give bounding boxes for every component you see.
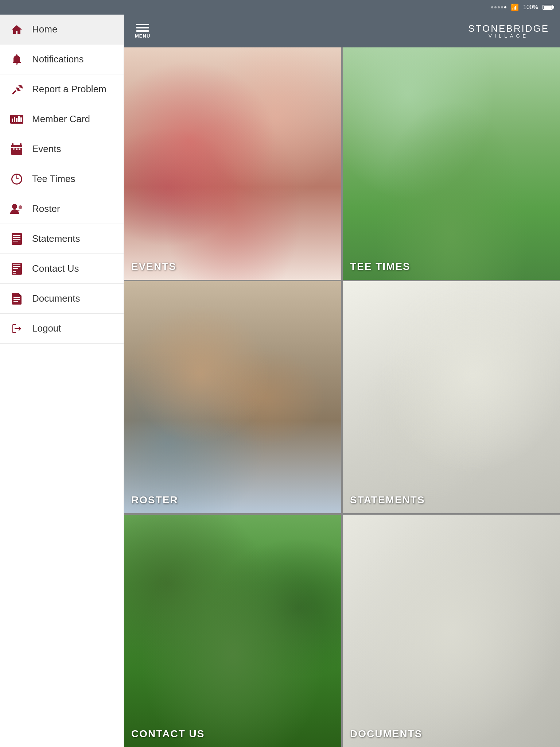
sidebar-label-home: Home [32,24,57,35]
sidebar-label-tee-times: Tee Times [32,173,75,185]
battery-icon [542,5,553,10]
sidebar-item-documents[interactable]: Documents [0,284,124,314]
sidebar-label-contact-us: Contact Us [32,263,79,274]
clock-icon [9,171,25,187]
content-grid: EVENTS TEE TIMES ROSTER STATEMENTS CONTA… [124,47,560,747]
menu-button[interactable]: MENU [135,24,150,39]
sidebar-label-logout: Logout [32,323,61,334]
svg-rect-2 [14,117,15,122]
logout-icon [9,321,25,337]
sidebar-label-member-card: Member Card [32,113,90,125]
bell-icon [9,51,25,67]
tile-tee-times[interactable]: TEE TIMES [343,47,560,280]
sidebar-item-statements[interactable]: Statements [0,224,124,254]
svg-rect-11 [16,148,18,150]
svg-point-18 [12,204,17,209]
sidebar-item-home[interactable]: Home [0,15,124,44]
svg-rect-21 [13,235,20,236]
tile-statements-label: STATEMENTS [350,494,425,506]
sidebar-item-logout[interactable]: Logout [0,314,124,344]
svg-rect-33 [13,301,18,302]
main-content: EVENTS TEE TIMES ROSTER STATEMENTS CONTA… [124,47,560,747]
svg-text:30: 30 [13,148,15,151]
svg-point-19 [19,205,22,209]
wifi-icon: 📶 [511,3,519,11]
battery-percentage: 100% [523,4,538,11]
contact-icon [9,261,25,277]
svg-rect-28 [13,268,18,269]
sidebar: Home Notifications Report a Problem [0,15,124,747]
document-icon [9,291,25,307]
people-icon [9,201,25,217]
svg-rect-16 [16,175,17,178]
app-header: MENU StoneBridge VILLAGE [124,15,560,47]
tile-events-label: EVENTS [131,261,176,272]
home-icon [9,22,25,38]
tile-roster-label: ROSTER [131,494,178,506]
svg-rect-12 [19,148,20,150]
svg-rect-29 [13,271,16,272]
sidebar-label-notifications: Notifications [32,54,84,65]
calendar-icon: 30 [9,141,25,157]
svg-rect-23 [13,239,20,240]
tile-statements[interactable]: STATEMENTS [343,281,560,514]
tile-tee-times-label: TEE TIMES [350,261,411,272]
svg-rect-8 [12,143,13,146]
sidebar-item-notifications[interactable]: Notifications [0,44,124,74]
svg-rect-24 [13,241,18,241]
svg-rect-5 [20,117,22,122]
svg-rect-26 [13,264,20,265]
list-icon [9,231,25,247]
tile-documents[interactable]: DOCUMENTS [343,515,560,747]
sidebar-label-roster: Roster [32,203,60,214]
sidebar-item-member-card[interactable]: Member Card [0,104,124,134]
sidebar-item-tee-times[interactable]: Tee Times [0,164,124,194]
logo-name: StoneBridge [468,23,549,34]
svg-rect-17 [16,178,19,179]
tile-roster[interactable]: ROSTER [124,281,341,514]
svg-rect-3 [16,118,18,122]
tile-documents-label: DOCUMENTS [350,728,422,740]
card-icon [9,111,25,127]
svg-rect-31 [13,297,20,298]
svg-rect-22 [13,237,20,238]
tile-events[interactable]: EVENTS [124,47,341,280]
hamburger-icon [136,24,149,32]
svg-rect-4 [18,116,20,122]
wrench-icon [9,81,25,97]
svg-rect-27 [13,266,20,267]
sidebar-label-documents: Documents [32,293,80,304]
status-bar: 📶 100% [0,0,560,15]
sidebar-item-roster[interactable]: Roster [0,194,124,224]
tile-contact-us-label: CONTACT US [131,728,205,740]
logo-tagline: VILLAGE [468,34,549,39]
sidebar-item-events[interactable]: 30 Events [0,134,124,164]
app-logo: StoneBridge VILLAGE [468,23,549,39]
svg-rect-32 [13,299,20,300]
svg-rect-7 [11,147,22,148]
sidebar-item-report-problem[interactable]: Report a Problem [0,74,124,104]
sidebar-label-statements: Statements [32,233,80,244]
sidebar-label-events: Events [32,143,61,155]
svg-rect-30 [13,273,16,274]
tile-contact-us[interactable]: CONTACT US [124,515,341,747]
menu-label: MENU [135,33,150,39]
signal-icon [491,6,506,8]
svg-rect-1 [12,119,13,122]
sidebar-item-contact-us[interactable]: Contact Us [0,254,124,284]
sidebar-label-report-problem: Report a Problem [32,84,106,95]
svg-rect-9 [20,143,22,146]
